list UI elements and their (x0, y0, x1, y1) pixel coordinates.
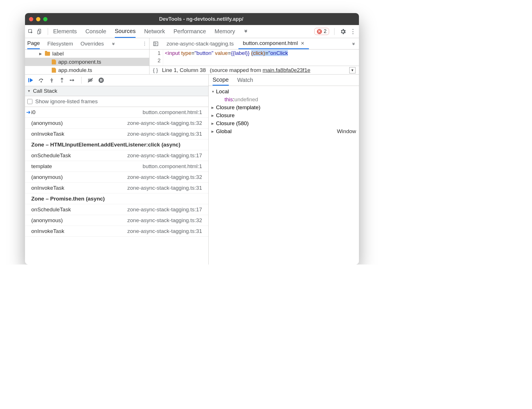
nav-tab-overrides[interactable]: Overrides (80, 38, 104, 49)
svg-point-9 (70, 80, 71, 81)
svg-rect-5 (28, 78, 29, 82)
call-stack-list: ➜i0button.component.html:1(anonymous)zon… (25, 107, 208, 265)
nav-tab-page[interactable]: Page (27, 38, 40, 49)
scope-row[interactable]: this: undefined (211, 96, 356, 104)
main-tabs: ElementsConsoleSourcesNetworkPerformance… (53, 25, 235, 38)
settings-gear-icon[interactable] (340, 28, 346, 35)
stack-frame[interactable]: (anonymous)zone-async-stack-tagging.ts:3… (25, 172, 208, 183)
nav-tab-filesystem[interactable]: Filesystem (47, 38, 73, 49)
scope-tab-scope[interactable]: Scope (213, 75, 229, 86)
main-tab-network[interactable]: Network (144, 25, 165, 38)
svg-rect-2 (38, 30, 40, 34)
editor-more-chevron-icon[interactable] (348, 42, 359, 46)
stack-frame[interactable]: onScheduleTaskzone-async-stack-tagging.t… (25, 204, 208, 215)
call-stack-header[interactable]: ▼Call Stack (25, 86, 208, 96)
error-icon: ✕ (317, 29, 322, 34)
toggle-navigator-icon[interactable] (149, 41, 162, 47)
scope-panel: ScopeWatch ▼Localthis: undefined▶Closure… (209, 75, 359, 265)
close-tab-icon[interactable]: ✕ (301, 41, 304, 46)
editor-tab[interactable]: zone-async-stack-tagging.ts (162, 38, 238, 49)
editor-status-bar: { } Line 1, Column 38 (source mapped fro… (149, 66, 359, 74)
show-ignored-frames-row[interactable]: Show ignore-listed frames (25, 96, 208, 107)
step-into-icon[interactable] (49, 77, 55, 83)
svg-point-6 (41, 81, 42, 82)
deactivate-breakpoints-icon[interactable] (87, 77, 93, 83)
titlebar: DevTools - ng-devtools.netlify.app/ (25, 13, 359, 25)
editor-tabs: zone-async-stack-tagging.tsbutton.compon… (149, 38, 359, 49)
stack-frame[interactable]: onInvokeTaskzone-async-stack-tagging.ts:… (25, 183, 208, 193)
svg-point-8 (61, 81, 63, 82)
stack-frame[interactable]: templatebutton.component.html:1 (25, 161, 208, 172)
stack-frame[interactable]: Zone – Promise.then (async) (25, 193, 208, 204)
stack-frame[interactable]: (anonymous)zone-async-stack-tagging.ts:3… (25, 118, 208, 129)
file-tree: ▶labelapp.component.tsapp.module.ts▶envi… (25, 49, 149, 74)
code-editor[interactable]: 12 <input type="button" value={{label}} … (149, 49, 359, 66)
svg-point-11 (99, 78, 104, 83)
main-tab-performance[interactable]: Performance (174, 25, 206, 38)
traffic-lights (29, 17, 47, 21)
svg-rect-12 (100, 79, 101, 81)
step-icon[interactable] (69, 77, 76, 83)
navigator-panel: PageFilesystemOverrides⋮ ▶labelapp.compo… (25, 38, 149, 74)
navigator-tabs: PageFilesystemOverrides⋮ (25, 38, 149, 49)
main-toolbar: ElementsConsoleSourcesNetworkPerformance… (25, 25, 359, 38)
main-tab-sources[interactable]: Sources (115, 25, 136, 38)
line-gutter: 12 (149, 49, 163, 66)
close-window-button[interactable] (29, 17, 33, 21)
stack-frame[interactable]: onInvokeTaskzone-async-stack-tagging.ts:… (25, 226, 208, 237)
pretty-print-icon[interactable]: { } (153, 67, 158, 73)
minimize-window-button[interactable] (36, 17, 40, 21)
stack-frame[interactable]: Zone – HTMLInputElement.addEventListener… (25, 139, 208, 150)
main-tab-console[interactable]: Console (85, 25, 106, 38)
coverage-toggle-icon[interactable]: ▼ (349, 67, 356, 73)
kebab-menu-icon[interactable]: ⋮ (350, 28, 356, 35)
tree-item[interactable]: app.module.ts (25, 66, 149, 74)
file-icon (52, 68, 56, 73)
main-tab-elements[interactable]: Elements (53, 25, 77, 38)
scope-row[interactable]: ▶Closure (211, 111, 356, 119)
stack-frame[interactable]: ➜i0button.component.html:1 (25, 107, 208, 118)
scope-tab-watch[interactable]: Watch (237, 75, 253, 86)
svg-rect-13 (101, 79, 102, 81)
scope-row[interactable]: ▶Closure (580) (211, 119, 356, 127)
svg-point-7 (51, 81, 52, 82)
code-line-1: <input type="button" value={{label}} (cl… (165, 49, 288, 57)
step-out-icon[interactable] (59, 77, 65, 83)
error-counter[interactable]: ✕ 2 (314, 28, 329, 35)
scope-row[interactable]: ▶GlobalWindow (211, 127, 356, 135)
inspect-element-icon[interactable] (28, 29, 34, 34)
resume-icon[interactable] (27, 77, 34, 83)
window-title: DevTools - ng-devtools.netlify.app/ (47, 16, 355, 22)
stack-frame[interactable]: onInvokeTaskzone-async-stack-tagging.ts:… (25, 129, 208, 139)
show-ignored-checkbox[interactable] (27, 99, 32, 104)
scope-tabs: ScopeWatch (209, 75, 359, 86)
scope-row[interactable]: ▼Local (211, 88, 356, 96)
stack-frame[interactable]: onScheduleTaskzone-async-stack-tagging.t… (25, 150, 208, 161)
more-tabs-chevron-icon[interactable] (244, 29, 248, 34)
stack-frame[interactable]: (anonymous)zone-async-stack-tagging.ts:3… (25, 215, 208, 226)
folder-icon (45, 52, 50, 56)
editor-panel: zone-async-stack-tagging.tsbutton.compon… (149, 38, 359, 74)
error-count: 2 (324, 28, 327, 34)
editor-tab[interactable]: button.component.html✕ (238, 38, 309, 49)
main-tab-memory[interactable]: Memory (215, 25, 235, 38)
file-icon (52, 59, 56, 65)
pause-exceptions-icon[interactable] (98, 77, 104, 83)
tree-item[interactable]: ▶label (25, 49, 149, 58)
devtools-window: DevTools - ng-devtools.netlify.app/ Elem… (25, 13, 359, 265)
tree-item[interactable]: app.component.ts (25, 58, 149, 66)
zoom-window-button[interactable] (43, 17, 47, 21)
scope-row[interactable]: ▶Closure (template) (211, 104, 356, 111)
device-toolbar-icon[interactable] (37, 29, 43, 34)
cursor-position: Line 1, Column 38 (162, 67, 206, 73)
step-over-icon[interactable] (38, 77, 44, 83)
current-frame-arrow-icon: ➜ (26, 109, 31, 115)
debugger-panel: ▼Call Stack Show ignore-listed frames ➜i… (25, 75, 209, 265)
scope-tree: ▼Localthis: undefined▶Closure (template)… (209, 86, 359, 265)
source-map-link[interactable]: main.fa8bfa0e23f1e (263, 67, 310, 73)
debug-toolbar (25, 75, 208, 86)
nav-kebab-icon[interactable]: ⋮ (142, 41, 147, 46)
nav-more-chevron-icon[interactable] (111, 42, 115, 46)
